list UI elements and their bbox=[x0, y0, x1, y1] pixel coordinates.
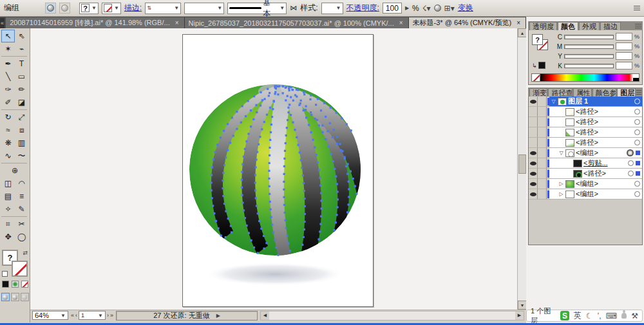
next-artboard-button[interactable]: › bbox=[107, 312, 109, 319]
visibility-toggle[interactable] bbox=[529, 189, 538, 199]
align-grid-icon[interactable]: ⊞▾ bbox=[444, 4, 455, 13]
visibility-toggle[interactable] bbox=[529, 158, 538, 168]
layers-panel-tab-2[interactable]: 路径查 bbox=[548, 88, 573, 97]
disclosure-triangle-icon[interactable]: ▷ bbox=[558, 191, 564, 197]
color-panel-tab-2[interactable]: 颜色 bbox=[558, 22, 578, 30]
lock-toggle[interactable] bbox=[538, 189, 547, 199]
layer-row-8[interactable]: <路径> bbox=[529, 169, 642, 179]
layer-row-4[interactable]: <路径> bbox=[529, 127, 642, 138]
default-fill-stroke-icon[interactable] bbox=[2, 271, 8, 277]
disclosure-triangle-icon[interactable]: ▽ bbox=[558, 150, 564, 156]
stepper-icon[interactable]: ⇅ bbox=[147, 5, 151, 11]
lasso-tool[interactable]: ⌁ bbox=[15, 42, 28, 55]
hand-tool[interactable]: ✥ bbox=[1, 230, 15, 243]
line-segment-tool[interactable]: ╲ bbox=[1, 70, 15, 83]
stroke-color-combo[interactable]: ▼ bbox=[102, 3, 121, 14]
magic-wand-tool[interactable]: ✶ bbox=[1, 42, 15, 55]
punctuation-icon[interactable]: ’, bbox=[598, 311, 601, 320]
stroke-link[interactable]: 描边: bbox=[124, 3, 142, 14]
undo-status-box[interactable]: 27 次还原: 无重做 ▶ bbox=[116, 311, 258, 320]
disclosure-triangle-icon[interactable]: ▷ bbox=[558, 181, 564, 187]
eraser-tool[interactable]: ◪ bbox=[15, 96, 28, 109]
layer-label[interactable]: <编组> bbox=[576, 189, 598, 199]
ink-bottle-tool[interactable]: ✎ bbox=[15, 203, 28, 216]
symbol-sprayer-tool[interactable]: ❋ bbox=[1, 136, 15, 149]
layer-label[interactable]: <路径> bbox=[583, 169, 606, 178]
none-swatch-icon[interactable] bbox=[532, 74, 540, 81]
chevron-right-icon[interactable]: ▶ bbox=[405, 5, 409, 11]
standard-screen-mode-button[interactable] bbox=[1, 293, 10, 301]
white-black-swatches[interactable] bbox=[633, 74, 639, 81]
visibility-toggle[interactable] bbox=[529, 169, 538, 178]
layers-panel-tab-1[interactable]: 渐变 bbox=[529, 88, 547, 97]
first-artboard-button[interactable]: « bbox=[71, 312, 74, 319]
rectangle-tool[interactable]: ▭ bbox=[15, 70, 28, 83]
layer-label[interactable]: <路径> bbox=[576, 117, 598, 127]
paintbrush-tool[interactable]: ✑ bbox=[1, 83, 15, 96]
layer-label[interactable]: <路径> bbox=[576, 138, 598, 147]
opacity-link[interactable]: 不透明度: bbox=[346, 3, 379, 14]
scribble-tool[interactable]: 〜 bbox=[15, 149, 28, 162]
eyedropper-tool[interactable]: ✧ bbox=[1, 203, 15, 216]
scroll-right-icon[interactable]: ▶ bbox=[515, 311, 524, 320]
artboard[interactable] bbox=[182, 34, 374, 307]
lock-toggle[interactable] bbox=[538, 107, 547, 116]
column-graph-tool[interactable]: ▤ bbox=[1, 190, 15, 203]
prev-artboard-button[interactable]: ‹ bbox=[75, 312, 77, 319]
channel-slider[interactable] bbox=[564, 35, 614, 39]
visibility-toggle[interactable] bbox=[529, 138, 538, 147]
target-circle[interactable] bbox=[634, 119, 640, 125]
channel-slider[interactable] bbox=[564, 64, 614, 68]
scroll-up-icon[interactable]: ▲ bbox=[518, 28, 526, 37]
warp-shell-tool[interactable]: ◠ bbox=[15, 177, 28, 190]
full-screen-menu-mode-button[interactable] bbox=[11, 293, 19, 301]
graph-tool[interactable]: ▥ bbox=[15, 136, 28, 149]
swap-fill-stroke-icon[interactable]: ⇄ bbox=[23, 250, 28, 256]
close-icon[interactable]: × bbox=[398, 19, 404, 27]
color-panel-tab-3[interactable]: 外观 bbox=[579, 22, 600, 30]
symbol-options-tool[interactable]: ≡ bbox=[15, 190, 28, 203]
color-button[interactable] bbox=[2, 281, 9, 288]
layer-row-3[interactable]: <路径> bbox=[529, 117, 642, 127]
layer-row-10[interactable]: ▷<编组> bbox=[529, 189, 642, 200]
layers-panel-tab-3[interactable]: 属性 bbox=[573, 88, 591, 97]
blend-tool[interactable]: ∿ bbox=[1, 149, 15, 162]
channel-value-input[interactable] bbox=[616, 52, 632, 60]
zoom-level-combo[interactable]: 64% ▼ bbox=[32, 311, 68, 320]
zoom-tool[interactable]: ◯ bbox=[15, 230, 28, 243]
channel-slider[interactable] bbox=[564, 44, 614, 49]
color-spectrum[interactable] bbox=[531, 73, 639, 82]
canvas-area[interactable]: ▲ ▼ bbox=[30, 28, 526, 310]
close-icon[interactable]: × bbox=[174, 19, 180, 27]
type-tool[interactable]: T bbox=[15, 57, 28, 70]
lock-toggle[interactable] bbox=[538, 158, 547, 168]
visibility-toggle[interactable] bbox=[529, 179, 538, 189]
sogou-logo-icon[interactable]: S bbox=[560, 311, 569, 320]
variable-width-combo[interactable]: ▼ bbox=[184, 3, 224, 14]
target-circle[interactable] bbox=[634, 98, 640, 104]
scale-tool[interactable]: ⤢ bbox=[15, 111, 28, 124]
select-similar-icon[interactable]: ☇▾ bbox=[422, 4, 431, 13]
artboard-number-combo[interactable]: 1 ▼ bbox=[79, 311, 106, 320]
warp-tool[interactable]: ≈ bbox=[1, 124, 15, 136]
selection-tool[interactable]: ↖ bbox=[1, 30, 15, 42]
document-tab-3[interactable]: 未标题-3* @ 64% (CMYK/预览)× bbox=[409, 17, 526, 28]
visibility-toggle[interactable] bbox=[529, 127, 538, 137]
brush-definition-combo[interactable]: 基本 ▼ bbox=[227, 3, 287, 14]
smooth-tool[interactable]: ✐ bbox=[1, 96, 15, 109]
layer-label[interactable]: <剪贴... bbox=[583, 158, 608, 168]
target-circle[interactable] bbox=[634, 129, 640, 135]
target-circle[interactable] bbox=[628, 171, 634, 176]
stroke-proxy-swatch[interactable] bbox=[12, 261, 28, 277]
layer-row-6[interactable]: ▽<编组> bbox=[529, 148, 642, 158]
fill-color-combo[interactable]: ? ▼ bbox=[79, 3, 99, 14]
channel-value-input[interactable] bbox=[616, 33, 632, 41]
mesh-tool[interactable]: ⊕ bbox=[1, 164, 28, 177]
layer-row-9[interactable]: ▷<编组> bbox=[529, 179, 642, 189]
moon-icon[interactable]: ☾ bbox=[586, 311, 593, 320]
vertical-scrollbar[interactable]: ▲ ▼ bbox=[517, 28, 526, 310]
direct-selection-tool[interactable]: ⇖ bbox=[15, 30, 28, 42]
panel-menu-icon[interactable] bbox=[636, 90, 641, 95]
slice-tool[interactable]: ⌗ bbox=[1, 218, 15, 230]
recolor-artwork-icon[interactable] bbox=[434, 5, 441, 12]
